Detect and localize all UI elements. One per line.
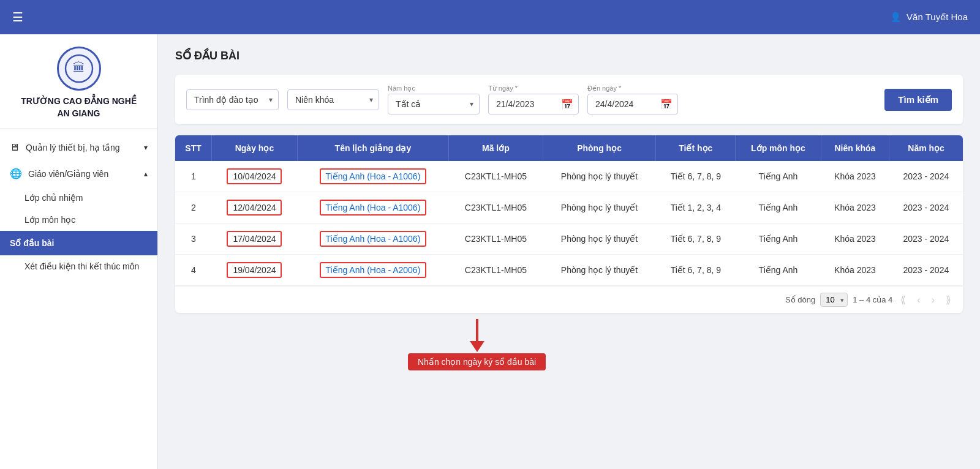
cell-ma-lop: C23KTL1-MH05 — [449, 161, 543, 192]
arrow-head — [470, 341, 484, 352]
user-name: Văn Tuyết Hoa — [907, 12, 968, 23]
arrow-annotation: Nhấn chọn ngày ký sổ đầu bài — [408, 319, 546, 370]
den-ngay-label: Đến ngày * — [587, 84, 678, 92]
page-first-button[interactable]: ⟪ — [897, 293, 909, 307]
cell-ma-lop: C23KTL1-MH05 — [449, 255, 543, 286]
col-nien-khoa: Niên khóa — [821, 135, 889, 161]
sidebar-item-giao-vien[interactable]: 🌐 Giáo viên/Giảng viên ▴ — [0, 160, 157, 187]
hamburger-icon[interactable]: ☰ — [12, 10, 23, 24]
layout: 🏛 TRƯỜNG CAO ĐẲNG NGHỀ AN GIANG 🖥 Quản l… — [0, 34, 980, 469]
nam-hoc-field: Năm học Tất cả — [388, 84, 480, 114]
sidebar-nav: 🖥 Quản lý thiết bị, hạ tầng ▾ 🌐 Giáo viê… — [0, 129, 157, 469]
tu-ngay-field: Từ ngày * 📅 — [488, 84, 579, 114]
pagination-bar: Số dòng 10 5 20 50 1 – 4 của 4 ⟪ ‹ › ⟫ — [175, 286, 963, 313]
table-container: STT Ngày học Tên lịch giảng dạy Mã lớp P… — [175, 135, 963, 313]
cell-phong-hoc: Phòng học lý thuyết — [543, 161, 656, 192]
school-name: TRƯỜNG CAO ĐẲNG NGHỀ AN GIANG — [21, 96, 137, 119]
col-ten-lich: Tên lịch giảng dạy — [297, 135, 448, 161]
nien-khoa-select[interactable]: Niên khóa — [287, 89, 379, 110]
sub-item-label: Lớp chủ nhiệm — [24, 193, 83, 203]
col-ngay-hoc: Ngày học — [212, 135, 298, 161]
cell-lop-mon-hoc: Tiếng Anh — [736, 161, 821, 192]
den-ngay-input-wrapper: 📅 — [587, 94, 678, 114]
col-phong-hoc: Phòng học — [543, 135, 656, 161]
sidebar-logo: 🏛 TRƯỜNG CAO ĐẲNG NGHỀ AN GIANG — [0, 34, 157, 129]
page-next-button[interactable]: › — [929, 293, 938, 307]
cell-ten-lich[interactable]: Tiếng Anh (Hoa - A1006) — [297, 223, 448, 255]
user-icon: 👤 — [890, 12, 902, 23]
cell-lop-mon-hoc: Tiếng Anh — [736, 255, 821, 286]
cell-ngay-hoc[interactable]: 17/04/2024 — [212, 223, 298, 255]
chevron-up-icon: ▴ — [144, 170, 148, 178]
cell-nam-hoc: 2023 - 2024 — [889, 255, 963, 286]
globe-icon: 🌐 — [10, 168, 22, 179]
tu-ngay-input[interactable] — [494, 94, 561, 114]
cell-ma-lop: C23KTL1-MH05 — [449, 223, 543, 255]
monitor-icon: 🖥 — [10, 142, 20, 153]
cell-ngay-hoc[interactable]: 19/04/2024 — [212, 255, 298, 286]
cell-tiet-hoc: Tiết 1, 2, 3, 4 — [656, 192, 736, 223]
header: ☰ 👤 Văn Tuyết Hoa — [0, 0, 980, 34]
page-last-button[interactable]: ⟫ — [943, 293, 954, 307]
school-logo: 🏛 — [57, 47, 101, 91]
nam-hoc-label: Năm học — [388, 84, 480, 92]
calendar-icon-to[interactable]: 📅 — [660, 99, 673, 110]
cell-stt: 4 — [175, 255, 212, 286]
col-nam-hoc: Năm học — [889, 135, 963, 161]
svg-text:🏛: 🏛 — [73, 61, 85, 74]
trinh-do-select[interactable]: Trình độ đào tạo — [186, 89, 279, 110]
cell-ngay-hoc[interactable]: 12/04/2024 — [212, 192, 298, 223]
tu-ngay-input-wrapper: 📅 — [488, 94, 579, 114]
col-ma-lop: Mã lớp — [449, 135, 543, 161]
arrow-stem — [476, 319, 478, 341]
cell-nien-khoa: Khóa 2023 — [821, 192, 889, 223]
cell-ten-lich[interactable]: Tiếng Anh (Hoa - A2006) — [297, 255, 448, 286]
sidebar-item-lop-chu-nhiem[interactable]: Lớp chủ nhiệm — [0, 187, 157, 209]
cell-ma-lop: C23KTL1-MH05 — [449, 192, 543, 223]
den-ngay-input[interactable] — [593, 94, 660, 114]
cell-stt: 1 — [175, 161, 212, 192]
cell-ngay-hoc[interactable]: 10/04/2024 — [212, 161, 298, 192]
page-info: 1 – 4 của 4 — [853, 295, 892, 304]
cell-phong-hoc: Phòng học lý thuyết — [543, 223, 656, 255]
sidebar-item-label-quan-ly: Quản lý thiết bị, hạ tầng — [26, 143, 120, 152]
cell-ten-lich[interactable]: Tiếng Anh (Hoa - A1006) — [297, 192, 448, 223]
cell-nien-khoa: Khóa 2023 — [821, 161, 889, 192]
header-left: ☰ — [12, 10, 23, 24]
table-row: 3 17/04/2024 Tiếng Anh (Hoa - A1006) C23… — [175, 223, 963, 255]
cell-tiet-hoc: Tiết 6, 7, 8, 9 — [656, 161, 736, 192]
sidebar: 🏛 TRƯỜNG CAO ĐẲNG NGHỀ AN GIANG 🖥 Quản l… — [0, 34, 158, 469]
den-ngay-field: Đến ngày * 📅 — [587, 84, 678, 114]
annotation-area: Nhấn chọn ngày ký sổ đầu bài — [408, 319, 963, 370]
cell-ten-lich[interactable]: Tiếng Anh (Hoa - A1006) — [297, 161, 448, 192]
cell-tiet-hoc: Tiết 6, 7, 8, 9 — [656, 223, 736, 255]
tu-ngay-label: Từ ngày * — [488, 84, 579, 92]
trinh-do-wrapper: Trình độ đào tạo — [186, 89, 279, 110]
chevron-down-icon: ▾ — [144, 143, 148, 152]
sidebar-item-so-dau-bai[interactable]: Sổ đầu bài — [0, 231, 157, 255]
page-size-select[interactable]: 10 5 20 50 — [820, 293, 848, 307]
main-content: SỔ ĐẦU BÀI Trình độ đào tạo Niên khóa Nă… — [158, 34, 980, 469]
cell-tiet-hoc: Tiết 6, 7, 8, 9 — [656, 255, 736, 286]
data-table: STT Ngày học Tên lịch giảng dạy Mã lớp P… — [175, 135, 963, 286]
cell-stt: 3 — [175, 223, 212, 255]
sidebar-item-xet-dieu-kien[interactable]: Xét điều kiện thi kết thúc môn — [0, 255, 157, 277]
cell-phong-hoc: Phòng học lý thuyết — [543, 255, 656, 286]
page-size-wrapper: 10 5 20 50 — [820, 293, 848, 307]
table-row: 1 10/04/2024 Tiếng Anh (Hoa - A1006) C23… — [175, 161, 963, 192]
sidebar-item-quan-ly[interactable]: 🖥 Quản lý thiết bị, hạ tầng ▾ — [0, 135, 157, 160]
nam-hoc-select[interactable]: Tất cả — [388, 94, 480, 114]
page-prev-button[interactable]: ‹ — [914, 293, 923, 307]
nien-khoa-wrapper: Niên khóa — [287, 89, 379, 110]
cell-nam-hoc: 2023 - 2024 — [889, 192, 963, 223]
cell-lop-mon-hoc: Tiếng Anh — [736, 223, 821, 255]
cell-stt: 2 — [175, 192, 212, 223]
calendar-icon-from[interactable]: 📅 — [561, 99, 573, 110]
active-item-label: Sổ đầu bài — [10, 238, 54, 248]
cell-lop-mon-hoc: Tiếng Anh — [736, 192, 821, 223]
annotation-tooltip: Nhấn chọn ngày ký sổ đầu bài — [408, 353, 546, 370]
search-button[interactable]: Tìm kiếm — [884, 89, 952, 111]
cell-nam-hoc: 2023 - 2024 — [889, 161, 963, 192]
sidebar-item-lop-mon-hoc[interactable]: Lớp môn học — [0, 209, 157, 231]
cell-nien-khoa: Khóa 2023 — [821, 255, 889, 286]
